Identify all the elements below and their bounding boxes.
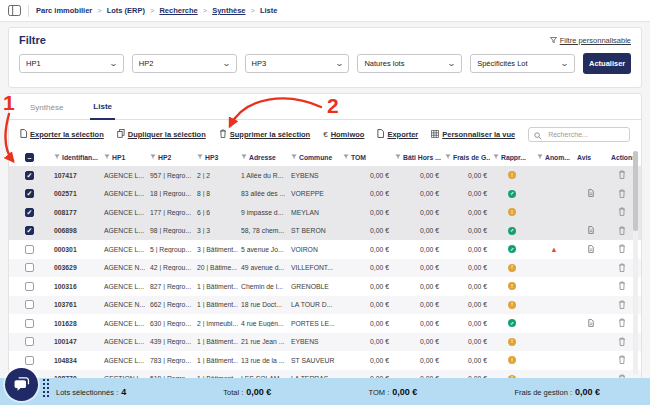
row-checkbox[interactable]: ✓ xyxy=(25,171,34,180)
hp3-cell: 2 | 2 xyxy=(194,172,238,179)
lot-id-link[interactable]: 103761 xyxy=(54,301,77,308)
delete-row-button[interactable] xyxy=(618,244,626,254)
filter-select-hp2[interactable]: HP2⌄ xyxy=(132,54,237,73)
actions-cell xyxy=(608,207,636,217)
search-input[interactable] xyxy=(546,130,624,139)
filter-funnel-icon xyxy=(395,154,401,161)
actions-cell xyxy=(608,300,636,310)
delete-selection-link[interactable]: Supprimer la sélection xyxy=(219,129,310,140)
column-header-11[interactable]: Anom... xyxy=(534,154,574,161)
column-header-8[interactable]: Bâti Hors ... xyxy=(392,154,442,161)
drag-handle-icon[interactable] xyxy=(42,378,50,398)
homiwoo-link-label: Homiwoo xyxy=(331,130,365,139)
export-selection-link[interactable]: Exporter la sélection xyxy=(20,129,104,140)
breadcrumb-item-4[interactable]: Synthèse xyxy=(212,6,245,15)
customize-view-link[interactable]: Personnaliser la vue xyxy=(431,130,515,140)
lot-id-link[interactable]: 008177 xyxy=(54,209,77,216)
column-header-label: Frais de G... xyxy=(453,154,490,161)
lot-id-link[interactable]: 100316 xyxy=(54,283,77,290)
column-header-5[interactable]: Adresse xyxy=(238,154,288,161)
tom-cell: 0,00 € xyxy=(340,209,392,216)
lot-id-link[interactable]: 000301 xyxy=(54,246,77,253)
table-row: 104834AGENCE L...783 | Regro...1 | Bâtim… xyxy=(9,351,641,370)
row-checkbox[interactable]: ✓ xyxy=(25,189,34,198)
tab-liste[interactable]: Liste xyxy=(90,102,115,120)
row-checkbox[interactable] xyxy=(25,245,34,254)
row-checkbox[interactable] xyxy=(25,282,34,291)
filter-select-hp1[interactable]: HP1⌄ xyxy=(19,54,124,73)
table-row: 101628AGENCE L...630 | Regro...2 | Immeu… xyxy=(9,314,641,333)
filter-title: Filtre xyxy=(19,34,46,46)
breadcrumb-separator: > xyxy=(150,6,154,15)
frais-gestion-cell: 0,00 € xyxy=(442,246,490,253)
hp1-cell: AGENCE L... xyxy=(101,320,147,327)
lot-id-link[interactable]: 002571 xyxy=(54,190,77,197)
column-header-4[interactable]: HP3 xyxy=(194,154,238,161)
column-header-1[interactable]: Identifian... xyxy=(51,154,101,161)
sidebar-toggle-icon[interactable] xyxy=(8,2,21,20)
breadcrumb-item-3[interactable]: Recherche xyxy=(159,6,197,15)
select-all-checkbox[interactable]: – xyxy=(25,153,34,162)
adresse-cell: 49 avenue d... xyxy=(238,264,288,271)
hp1-cell: AGENCE L... xyxy=(101,227,147,234)
hp2-cell: 177 | Regro... xyxy=(147,209,194,216)
delete-row-button[interactable] xyxy=(618,170,626,180)
refresh-button[interactable]: Actualiser xyxy=(583,53,631,74)
breadcrumb-item-2[interactable]: Lots (ERP) xyxy=(107,6,145,15)
tom-cell: 0,00 € xyxy=(340,320,392,327)
delete-row-button[interactable] xyxy=(618,207,626,217)
table-scrollbar[interactable] xyxy=(633,151,638,375)
breadcrumb-item-1[interactable]: Parc immobilier xyxy=(36,6,92,15)
delete-row-button[interactable] xyxy=(618,189,626,199)
column-header-2[interactable]: HP1 xyxy=(101,154,147,161)
export-link[interactable]: Exporter xyxy=(377,129,418,140)
column-header-7[interactable]: TOM xyxy=(340,154,392,161)
filter-select-label: HP3 xyxy=(252,59,267,68)
delete-row-button[interactable] xyxy=(618,337,626,347)
hp3-cell: 8 | 8 xyxy=(194,190,238,197)
rapprochement-status-icon: ! xyxy=(508,264,516,272)
column-header-13[interactable]: Actions xyxy=(608,154,636,161)
rapprochement-cell: ! xyxy=(490,171,534,179)
column-header-9[interactable]: Frais de G... xyxy=(442,154,490,161)
row-checkbox[interactable] xyxy=(25,319,34,328)
scrollbar-thumb[interactable] xyxy=(633,151,638,231)
duplicate-selection-link-label: Dupliquer la sélection xyxy=(128,130,206,139)
commune-cell: ST SAUVEUR xyxy=(288,357,340,364)
row-checkbox[interactable] xyxy=(25,356,34,365)
filter-select-hp3[interactable]: HP3⌄ xyxy=(245,54,350,73)
tab-synthese[interactable]: Synthèse xyxy=(27,103,66,119)
row-checkbox[interactable]: ✓ xyxy=(25,208,34,217)
delete-row-button[interactable] xyxy=(618,226,626,236)
lot-id-link[interactable]: 006898 xyxy=(54,227,77,234)
actions-cell xyxy=(608,281,636,291)
lot-id-link[interactable]: 100147 xyxy=(54,338,77,345)
row-checkbox[interactable] xyxy=(25,337,34,346)
lot-id-link[interactable]: 104834 xyxy=(54,357,77,364)
summary-bar: Lots sélectionnés :4Total :0,00 €TOM :0,… xyxy=(0,378,650,405)
row-checkbox[interactable] xyxy=(25,263,34,272)
row-checkbox[interactable]: ✓ xyxy=(25,226,34,235)
delete-row-button[interactable] xyxy=(618,318,626,328)
delete-row-button[interactable] xyxy=(618,281,626,291)
lot-id-link[interactable]: 003629 xyxy=(54,264,77,271)
column-header-6[interactable]: Commune xyxy=(288,154,340,161)
column-header-12[interactable]: Avis xyxy=(574,154,608,161)
duplicate-selection-link[interactable]: Dupliquer la sélection xyxy=(117,129,206,140)
document-icon xyxy=(20,129,27,140)
row-checkbox[interactable] xyxy=(25,300,34,309)
lot-id-link[interactable]: 101628 xyxy=(54,320,77,327)
column-header-10[interactable]: Rappr... xyxy=(490,154,534,161)
filter-select-natures-lots[interactable]: Natures lots⌄ xyxy=(357,54,462,73)
chat-widget-button[interactable] xyxy=(5,368,38,401)
delete-row-button[interactable] xyxy=(618,355,626,365)
filter-select-specificites-lot[interactable]: Spécificités Lot⌄ xyxy=(470,54,575,73)
homiwoo-link[interactable]: €Homiwoo xyxy=(323,130,364,139)
customize-view-link-label: Personnaliser la vue xyxy=(442,130,515,139)
delete-row-button[interactable] xyxy=(618,300,626,310)
delete-row-button[interactable] xyxy=(618,263,626,273)
custom-filter-link[interactable]: Filtre personnalisable xyxy=(550,36,631,45)
column-header-3[interactable]: HP2 xyxy=(147,154,194,161)
rapprochement-status-icon: ! xyxy=(508,171,516,179)
lot-id-link[interactable]: 107417 xyxy=(54,172,77,179)
